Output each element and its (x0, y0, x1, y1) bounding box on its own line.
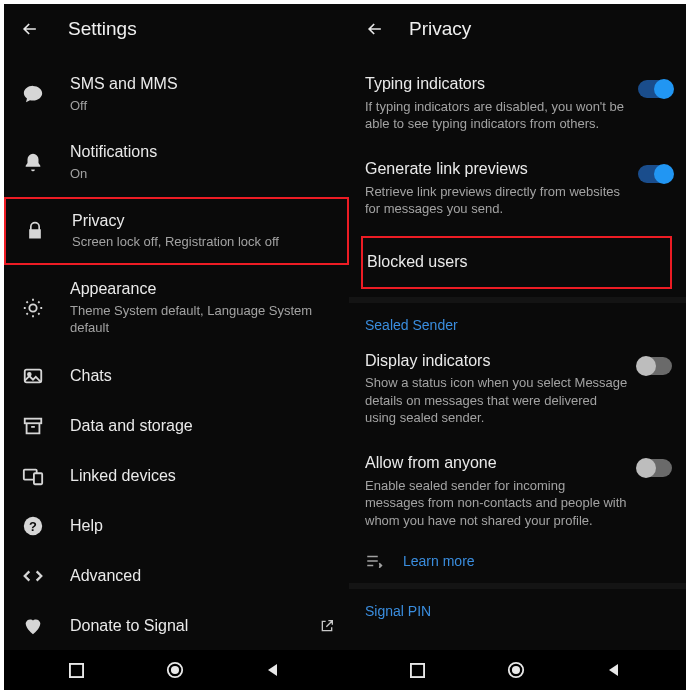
item-sub: Retrieve link previews directly from web… (365, 183, 628, 218)
item-title: Linked devices (70, 466, 335, 487)
item-sub: Screen lock off, Registration lock off (72, 233, 333, 251)
privacy-item-link-previews[interactable]: Generate link previews Retrieve link pre… (349, 147, 686, 232)
archive-icon (22, 415, 44, 437)
settings-item-help[interactable]: ? Help (4, 501, 349, 551)
settings-header: Settings (4, 4, 349, 52)
item-sub: Show a status icon when you select Messa… (365, 374, 628, 427)
item-sub: Theme System default, Language System de… (70, 302, 335, 337)
item-title: Display indicators (365, 351, 628, 372)
lock-icon (24, 220, 46, 242)
settings-item-notifications[interactable]: Notifications On (4, 128, 349, 196)
nav-recent-icon[interactable] (68, 661, 86, 679)
svg-text:?: ? (29, 519, 37, 534)
item-title: Allow from anyone (365, 453, 628, 474)
toggle-link-previews[interactable] (638, 165, 672, 183)
item-title: Data and storage (70, 416, 335, 437)
settings-item-chats[interactable]: Chats (4, 351, 349, 401)
item-title: Privacy (72, 211, 333, 232)
settings-item-appearance[interactable]: Appearance Theme System default, Languag… (4, 265, 349, 351)
item-sub: If typing indicators are disabled, you w… (365, 98, 628, 133)
item-title: SMS and MMS (70, 74, 335, 95)
nav-back-icon[interactable] (264, 661, 282, 679)
item-title: Donate to Signal (70, 616, 293, 637)
note-icon (365, 554, 383, 568)
devices-icon (22, 465, 44, 487)
section-signal-pin: Signal PIN (349, 589, 686, 619)
item-title: Notifications (70, 142, 335, 163)
privacy-list: Typing indicators If typing indicators a… (349, 52, 686, 690)
item-title: Advanced (70, 566, 335, 587)
settings-item-privacy[interactable]: Privacy Screen lock off, Registration lo… (4, 197, 349, 265)
settings-item-donate[interactable]: Donate to Signal (4, 601, 349, 651)
code-icon (22, 565, 44, 587)
privacy-item-typing[interactable]: Typing indicators If typing indicators a… (349, 62, 686, 147)
nav-back-icon[interactable] (605, 661, 623, 679)
item-title: Help (70, 516, 335, 537)
settings-item-sms[interactable]: SMS and MMS Off (4, 60, 349, 128)
svg-rect-8 (70, 663, 83, 676)
settings-item-advanced[interactable]: Advanced (4, 551, 349, 601)
privacy-item-allow-anyone[interactable]: Allow from anyone Enable sealed sender f… (349, 441, 686, 543)
svg-point-0 (29, 304, 36, 311)
nav-home-icon[interactable] (166, 661, 184, 679)
svg-point-10 (170, 666, 178, 674)
nav-home-icon[interactable] (507, 661, 525, 679)
toggle-allow-anyone[interactable] (638, 459, 672, 477)
settings-item-storage[interactable]: Data and storage (4, 401, 349, 451)
sun-icon (22, 297, 44, 319)
learn-more-row: Learn more (349, 543, 686, 583)
bell-icon (22, 152, 44, 174)
external-link-icon (319, 618, 335, 634)
help-icon: ? (22, 515, 44, 537)
nav-recent-icon[interactable] (409, 661, 427, 679)
privacy-item-blocked-users[interactable]: Blocked users (361, 236, 672, 289)
image-icon (22, 365, 44, 387)
chat-icon (22, 83, 44, 105)
item-sub: Off (70, 97, 335, 115)
learn-more-link[interactable]: Learn more (403, 553, 475, 569)
item-title: Appearance (70, 279, 335, 300)
privacy-item-display-indicators[interactable]: Display indicators Show a status icon wh… (349, 339, 686, 441)
svg-rect-11 (411, 663, 424, 676)
item-sub: Enable sealed sender for incoming messag… (365, 477, 628, 530)
svg-point-13 (511, 666, 519, 674)
privacy-title: Privacy (409, 18, 471, 40)
item-title: Typing indicators (365, 74, 628, 95)
toggle-display-indicators[interactable] (638, 357, 672, 375)
settings-list: SMS and MMS Off Notifications On Privacy… (4, 52, 349, 690)
item-title: Blocked users (367, 253, 468, 270)
toggle-typing[interactable] (638, 80, 672, 98)
svg-rect-5 (34, 473, 42, 484)
android-navbar (4, 650, 686, 690)
back-arrow-icon[interactable] (365, 19, 385, 39)
privacy-header: Privacy (349, 4, 686, 52)
settings-panel: Settings SMS and MMS Off Notifications O… (4, 4, 349, 690)
privacy-panel: Privacy Typing indicators If typing indi… (349, 4, 686, 690)
section-sealed-sender: Sealed Sender (349, 303, 686, 339)
item-sub: On (70, 165, 335, 183)
back-arrow-icon[interactable] (20, 19, 40, 39)
svg-rect-3 (25, 419, 42, 424)
settings-title: Settings (68, 18, 137, 40)
item-title: Chats (70, 366, 335, 387)
item-title: Generate link previews (365, 159, 628, 180)
heart-icon (22, 615, 44, 637)
settings-item-linked-devices[interactable]: Linked devices (4, 451, 349, 501)
